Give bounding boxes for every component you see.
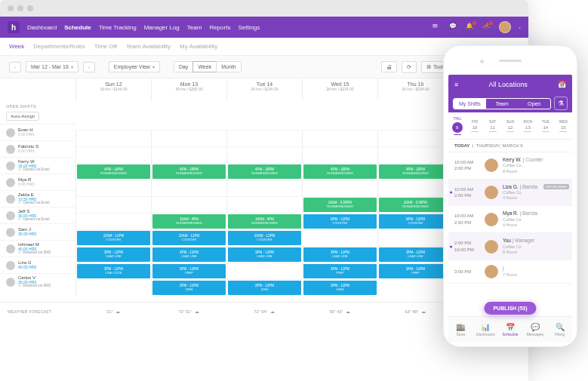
shift-cell[interactable]	[377, 131, 453, 146]
nav-team[interactable]: Team	[187, 24, 202, 31]
employee-row[interactable]: Zelda E 10.50 HRS ✓Opened via Email	[0, 190, 75, 207]
period-month[interactable]: Month	[216, 61, 241, 72]
phone-day[interactable]: TUE14	[537, 112, 554, 139]
shift-block[interactable]: 4PM - 10PMRUNNER/BUSSER	[77, 164, 150, 179]
shift-cell[interactable]: 4PM - 10PMRUNNER/BUSSER	[151, 164, 226, 180]
shift-cell[interactable]: 3PM - 11PMLEAD LINE	[151, 247, 226, 263]
employee-row[interactable]: Fabrizio S 0.00 HRS	[0, 140, 75, 157]
shift-cell[interactable]	[151, 180, 226, 196]
shift-cell[interactable]	[377, 180, 453, 196]
period-week[interactable]: Week	[192, 61, 217, 72]
shift-cell[interactable]: 4PM - 10PMRUNNER/BUSSER	[302, 164, 377, 180]
shift-cell[interactable]: 10AM - 11PMCOUNTER	[75, 230, 151, 246]
shift-cell[interactable]: 2PM - 11PMDISH	[151, 280, 226, 296]
shift-cell[interactable]	[377, 280, 453, 296]
shift-cell[interactable]	[226, 263, 302, 279]
phone-day[interactable]: SAT11	[484, 112, 501, 139]
traffic-close-icon[interactable]	[8, 5, 14, 11]
shift-block[interactable]: 3PM - 11PMLEAD LINE	[152, 247, 226, 262]
shift-cell[interactable]: 3PM - 11PMLEAD LINE	[302, 247, 377, 263]
shift-cell[interactable]	[75, 180, 151, 196]
bottomnav-dashboard[interactable]: 📊Dashboard	[473, 317, 498, 342]
shift-cell[interactable]	[377, 230, 453, 246]
shift-cell[interactable]	[226, 180, 302, 196]
shift-block[interactable]: 3PM - 11PMPREP	[303, 264, 377, 278]
nav-settings[interactable]: Settings	[238, 24, 260, 31]
bottomnav-messages[interactable]: 💬Messages	[522, 317, 547, 342]
shift-cell[interactable]: 3PM - 11PMPREP	[302, 263, 377, 279]
chevron-down-icon[interactable]: ▾	[519, 25, 521, 30]
shift-cell[interactable]	[302, 230, 377, 246]
shift-cell[interactable]	[151, 147, 226, 163]
shift-block[interactable]: 10AM - 3:30PMRUNNER/BUSSER	[303, 198, 377, 212]
shift-block[interactable]: 10AM - 11PMCOUNTER	[77, 231, 150, 245]
shift-cell[interactable]	[75, 214, 151, 229]
employee-row[interactable]: Jeff S 30.00 HRS ✓Opened via Email	[0, 207, 75, 223]
shift-cell[interactable]	[226, 197, 302, 213]
shift-cell[interactable]: 2PM - 11PMDISH	[302, 280, 377, 296]
shift-cell[interactable]: 10AM - 4PMRUNNER/BUSSER	[226, 214, 302, 229]
shift-block[interactable]: 4PM - 10PMRUNNER/BUSSER	[228, 164, 301, 179]
employee-row[interactable]: Carlos V 35.00 HRS ✓Delivered via SMS	[0, 273, 75, 290]
app-logo[interactable]: h	[8, 21, 20, 33]
phone-day[interactable]: THU9	[448, 112, 466, 139]
shift-block[interactable]: 10AM - 11PMCOUNTER	[228, 231, 301, 245]
nav-reports[interactable]: Reports	[209, 24, 230, 31]
shift-block[interactable]: 2PM - 11PMDISH	[152, 281, 226, 295]
shift-cell[interactable]: 3PM - 11PMLEAD LINE	[75, 247, 151, 263]
bottomnav-hiring[interactable]: 🔍Hiring	[547, 317, 572, 342]
shift-block[interactable]: 4PM - 10PMRUNNER/BUSSER	[152, 164, 226, 179]
shift-block[interactable]: 3PM - 11PMLEAD LINE	[228, 247, 301, 262]
nav-manager-log[interactable]: Manager Log	[144, 24, 180, 31]
phone-shift-item[interactable]: 3:00 PM | 7 Hours	[448, 260, 572, 284]
shift-block[interactable]: 3PM - 11PMLEAD LINE	[379, 247, 452, 262]
shift-cell[interactable]	[302, 180, 377, 196]
shift-cell[interactable]: 10AM - 11PMCOUNTER	[151, 230, 226, 246]
subnav-my-availability[interactable]: My Availability	[180, 43, 217, 50]
subnav-departments-roles[interactable]: Departments/Roles	[33, 43, 85, 50]
employee-row[interactable]: Kerry W 18.00 HRS ✓Opened via Email	[0, 157, 75, 174]
phone-shift-item[interactable]: 2:00 PM10:00 PM You | Manager Coffee Co …	[448, 233, 572, 260]
shift-cell[interactable]: 3PM - 11PMPREP	[151, 263, 226, 279]
phone-day[interactable]: SUN12	[501, 112, 519, 139]
shift-cell[interactable]	[151, 197, 226, 213]
shift-block[interactable]: 3PM - 11PMPREP	[152, 264, 226, 278]
auto-assign-button[interactable]: Auto-Assign	[6, 112, 39, 121]
shift-cell[interactable]: 10AM - 3:30PMRUNNER/BUSSER	[377, 197, 453, 213]
shift-cell[interactable]	[151, 131, 226, 146]
shift-cell[interactable]	[377, 147, 453, 163]
phone-day[interactable]: MON13	[519, 112, 537, 139]
shift-cell[interactable]: 3PM - 11PMLEAD LINE	[377, 247, 453, 263]
print-button[interactable]: 🖨	[381, 61, 397, 72]
phone-day[interactable]: WED15	[555, 112, 572, 139]
shift-cell[interactable]: 10AM - 11PMCOUNTER	[226, 230, 302, 246]
bottomnav-schedule[interactable]: 📅Schedule	[498, 317, 523, 342]
phone-tab-open[interactable]: Open	[518, 99, 550, 109]
subnav-time-off[interactable]: Time Off	[94, 43, 117, 50]
shift-cell[interactable]: 2PM - 11PMDISH	[226, 280, 302, 296]
mail-icon[interactable]: ✉	[433, 23, 442, 32]
shift-cell[interactable]: 6PM - 11PMCOUNTER	[302, 214, 377, 229]
shift-cell[interactable]	[226, 147, 302, 163]
shift-block[interactable]: 3PM - 11PMLEAD LINE	[303, 247, 377, 262]
menu-icon[interactable]: ≡	[454, 81, 458, 88]
subnav-team-availability[interactable]: Team Availability	[126, 43, 171, 50]
employee-row[interactable]: Mya R 0.00 HRS	[0, 174, 75, 190]
date-range-picker[interactable]: Mar 12 - Mar 18 ▾	[26, 61, 79, 72]
calendar-icon[interactable]: 📅	[558, 81, 566, 88]
shift-block[interactable]: 3PM - 11PMLINE COOK	[77, 264, 150, 278]
shift-cell[interactable]: 4PM - 10PMRUNNER/BUSSER	[377, 164, 453, 180]
shift-block[interactable]: 3PM - 11PMLEAD LINE	[77, 247, 150, 262]
bell-icon[interactable]: 🔔	[466, 23, 475, 32]
phone-tab-my-shifts[interactable]: My Shifts	[454, 99, 486, 109]
period-day[interactable]: Day	[174, 61, 193, 72]
view-selector[interactable]: Employee View ▾	[109, 61, 160, 72]
shift-cell[interactable]: 3PM - 11PMLEAD LINE	[226, 247, 302, 263]
shift-block[interactable]: 6PM - 11PMCOUNTER	[303, 214, 377, 229]
phone-tab-team[interactable]: Team	[486, 99, 519, 109]
shift-cell[interactable]	[302, 147, 377, 163]
shift-block[interactable]: 10AM - 4PMRUNNER/BUSSER	[152, 214, 226, 229]
megaphone-icon[interactable]: 📣	[482, 23, 491, 32]
shift-block[interactable]: 4PM - 10PMRUNNER/BUSSER	[379, 164, 452, 179]
phone-shift-list[interactable]: 10:00 AM2:00 PM Kerry W. | Counter Coffe…	[448, 152, 572, 316]
